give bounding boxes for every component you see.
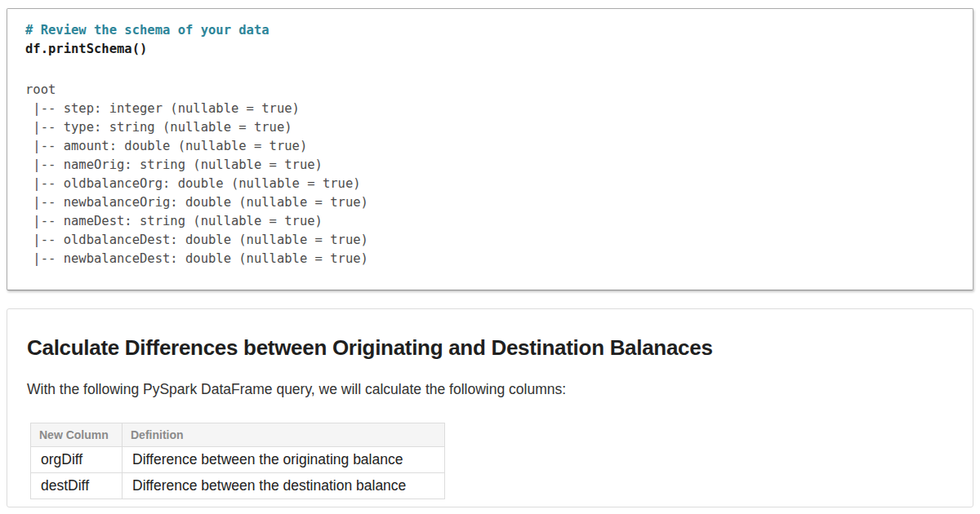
output-line: |-- newbalanceOrig: double (nullable = t… (25, 193, 956, 212)
notebook-page: # Review the schema of your data df.prin… (0, 0, 980, 514)
table-cell-definition: Difference between the originating balan… (122, 447, 445, 473)
intro-paragraph: With the following PySpark DataFrame que… (27, 381, 953, 398)
table-header-new-column: New Column (31, 423, 122, 447)
table-row: destDiff Difference between the destinat… (31, 473, 445, 499)
code-comment-line: # Review the schema of your data (25, 21, 956, 40)
code-line: df.printSchema() (25, 40, 956, 59)
output-line: |-- type: string (nullable = true) (25, 118, 956, 137)
output-line: |-- oldbalanceOrg: double (nullable = tr… (25, 175, 956, 193)
code-cell: # Review the schema of your data df.prin… (7, 8, 973, 290)
table-header-definition: Definition (122, 423, 445, 447)
output-line: root (25, 81, 956, 100)
table-row: orgDiff Difference between the originati… (31, 447, 445, 473)
output-line: |-- oldbalanceDest: double (nullable = t… (25, 231, 956, 250)
markdown-cell[interactable]: Calculate Differences between Originatin… (7, 308, 973, 507)
table-cell-definition: Difference between the destination balan… (122, 473, 445, 499)
table-header-row: New Column Definition (31, 423, 445, 447)
table-cell-column-name: destDiff (31, 473, 122, 499)
output-line: |-- nameDest: string (nullable = true) (25, 212, 956, 231)
table-cell-column-name: orgDiff (31, 447, 122, 473)
output-line: |-- step: integer (nullable = true) (25, 100, 956, 118)
code-output-block: root |-- step: integer (nullable = true)… (25, 81, 956, 268)
code-editor[interactable]: # Review the schema of your data df.prin… (25, 21, 956, 59)
output-line: |-- amount: double (nullable = true) (25, 137, 956, 156)
section-heading: Calculate Differences between Originatin… (27, 334, 953, 361)
output-line: |-- nameOrig: string (nullable = true) (25, 156, 956, 175)
definitions-table: New Column Definition orgDiff Difference… (30, 423, 445, 499)
output-line: |-- newbalanceDest: double (nullable = t… (25, 250, 956, 268)
